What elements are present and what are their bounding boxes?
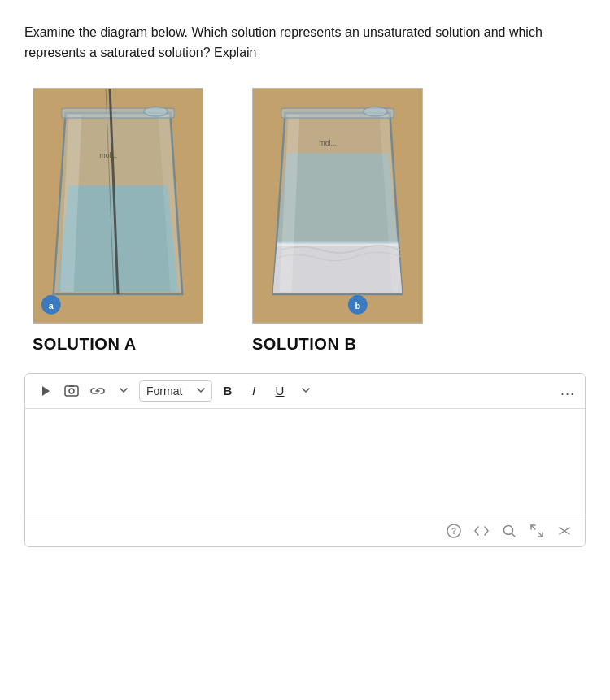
- images-row: mol... a SOLUTION A: [24, 88, 586, 354]
- image-icon[interactable]: [61, 380, 82, 402]
- underline-chevron[interactable]: [295, 380, 316, 402]
- solution-b-block: mol... b SOLUTION B: [252, 88, 423, 354]
- expand-icon[interactable]: [528, 522, 546, 540]
- svg-rect-29: [69, 385, 74, 387]
- underline-button[interactable]: U: [269, 380, 290, 402]
- code-icon[interactable]: [473, 522, 490, 540]
- editor-content-area[interactable]: [25, 409, 585, 515]
- edit-lines-icon[interactable]: [556, 522, 573, 540]
- svg-text:?: ?: [451, 527, 456, 536]
- question-text: Examine the diagram below. Which solutio…: [24, 23, 586, 63]
- editor-area: Format B I U ...: [24, 373, 586, 547]
- more-options-button[interactable]: ...: [560, 382, 575, 399]
- svg-point-22: [364, 107, 388, 116]
- svg-text:a: a: [49, 300, 54, 310]
- italic-button[interactable]: I: [243, 380, 264, 402]
- solution-b-label: SOLUTION B: [252, 335, 356, 354]
- svg-rect-27: [65, 386, 78, 396]
- editor-footer: ?: [25, 515, 585, 546]
- svg-point-28: [69, 389, 74, 393]
- svg-line-33: [512, 533, 516, 537]
- format-dropdown[interactable]: Format: [139, 380, 212, 402]
- play-icon[interactable]: [35, 380, 56, 402]
- format-label: Format: [146, 385, 182, 398]
- solution-a-block: mol... a SOLUTION A: [33, 88, 203, 354]
- left-group-chevron[interactable]: [113, 380, 134, 402]
- page-container: Examine the diagram below. Which solutio…: [0, 0, 610, 563]
- tooltip-icon[interactable]: ?: [445, 522, 463, 540]
- svg-text:mol...: mol...: [319, 138, 337, 146]
- svg-marker-26: [42, 386, 50, 396]
- solution-a-label: SOLUTION A: [33, 335, 137, 354]
- svg-text:b: b: [355, 300, 360, 310]
- bold-button[interactable]: B: [217, 380, 238, 402]
- solution-a-image: mol... a: [33, 88, 203, 324]
- search-icon[interactable]: [500, 522, 518, 540]
- link-icon[interactable]: [87, 380, 108, 402]
- svg-text:mol...: mol...: [99, 150, 117, 159]
- svg-point-32: [504, 525, 513, 534]
- solution-b-image: mol... b: [252, 88, 423, 324]
- editor-toolbar: Format B I U ...: [25, 374, 585, 409]
- svg-point-7: [144, 107, 168, 116]
